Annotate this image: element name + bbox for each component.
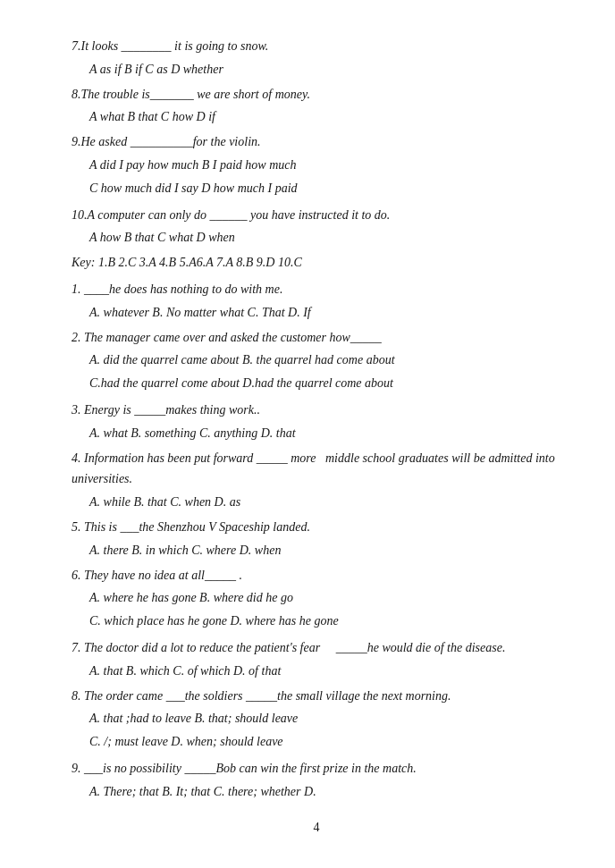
- p2-question-5: 5. This is ___the Shenzhou V Spaceship l…: [72, 517, 561, 561]
- q7-text: 7.It looks ________ it is going to snow.: [72, 36, 561, 57]
- key-text: Key: 1.B 2.C 3.A 4.B 5.A6.A 7.A 8.B 9.D …: [72, 256, 302, 269]
- p2-question-3: 3. Energy is _____makes thing work.. A. …: [72, 400, 561, 444]
- q10-options: A how B that C what D when: [89, 227, 561, 249]
- p2-q9-options: A. There; that B. It; that C. there; whe…: [89, 781, 561, 803]
- p2-question-2: 2. The manager came over and asked the c…: [72, 327, 561, 394]
- p2-q5-options: A. there B. in which C. where D. when: [89, 540, 561, 561]
- p2-q5-text: 5. This is ___the Shenzhou V Spaceship l…: [72, 517, 561, 538]
- q9-option2: C how much did I say D how much I paid: [89, 178, 561, 199]
- p2-q1-text: 1. ____he does has nothing to do with me…: [72, 279, 561, 300]
- p2-q6-option1: A. where he has gone B. where did he go: [89, 587, 561, 609]
- p2-q2-text: 2. The manager came over and asked the c…: [72, 327, 561, 349]
- q9-option1: A did I pay how much B I paid how much: [89, 155, 561, 176]
- p2-question-8: 8. The order came ___the soldiers _____t…: [72, 686, 561, 753]
- p2-q7-options: A. that B. which C. of which D. of that: [89, 661, 561, 682]
- p2-q8-option2: C. /; must leave D. when; should leave: [89, 731, 561, 753]
- p2-q6-text: 6. They have no idea at all_____ .: [72, 565, 561, 586]
- p2-question-1: 1. ____he does has nothing to do with me…: [72, 279, 561, 324]
- question-9: 9.He asked __________for the violin. A d…: [72, 131, 561, 198]
- p2-question-4: 4. Information has been put forward ____…: [72, 448, 561, 513]
- p2-question-7: 7. The doctor did a lot to reduce the pa…: [72, 637, 561, 682]
- p2-q6-option2: C. which place has he gone D. where has …: [89, 611, 561, 632]
- p2-q4-options: A. while B. that C. when D. as: [89, 492, 561, 513]
- p2-question-6: 6. They have no idea at all_____ . A. wh…: [72, 565, 561, 632]
- q10-text: 10.A computer can only do ______ you hav…: [72, 205, 561, 226]
- p2-q3-text: 3. Energy is _____makes thing work..: [72, 400, 561, 421]
- q7-options: A as if B if C as D whether: [89, 59, 561, 80]
- p2-q1-options: A. whatever B. No matter what C. That D.…: [89, 302, 561, 324]
- p2-question-9: 9. ___is no possibility _____Bob can win…: [72, 758, 561, 803]
- p2-q8-text: 8. The order came ___the soldiers _____t…: [72, 686, 561, 707]
- p2-q3-options: A. what B. something C. anything D. that: [89, 423, 561, 444]
- p2-q4-text: 4. Information has been put forward ____…: [72, 448, 561, 491]
- question-8: 8.The trouble is_______ we are short of …: [72, 84, 561, 129]
- q9-text: 9.He asked __________for the violin.: [72, 131, 561, 153]
- page-number: 4: [72, 821, 561, 835]
- question-10: 10.A computer can only do ______ you hav…: [72, 205, 561, 249]
- p2-q2-option1: A. did the quarrel came about B. the qua…: [89, 350, 561, 371]
- p2-q8-option1: A. that ;had to leave B. that; should le…: [89, 708, 561, 729]
- q8-text: 8.The trouble is_______ we are short of …: [72, 84, 561, 105]
- p2-q9-text: 9. ___is no possibility _____Bob can win…: [72, 758, 561, 780]
- q8-options: A what B that C how D if: [89, 106, 561, 128]
- question-7: 7.It looks ________ it is going to snow.…: [72, 36, 561, 80]
- page-content: 7.It looks ________ it is going to snow.…: [72, 36, 561, 803]
- p2-q7-text: 7. The doctor did a lot to reduce the pa…: [72, 637, 561, 659]
- p2-q2-option2: C.had the quarrel come about D.had the q…: [89, 373, 561, 394]
- key-line: Key: 1.B 2.C 3.A 4.B 5.A6.A 7.A 8.B 9.D …: [72, 252, 561, 274]
